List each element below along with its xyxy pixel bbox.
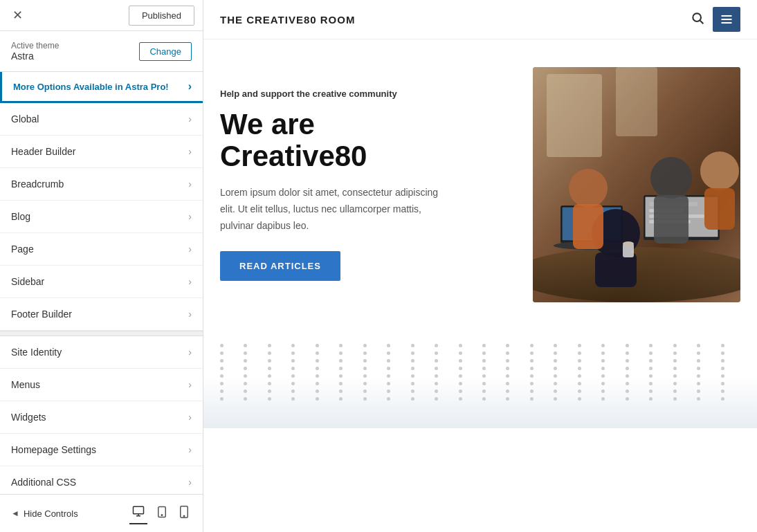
dot [506, 359, 509, 363]
menu-item-label: Footer Builder [11, 309, 72, 320]
dot [649, 367, 653, 370]
dot [411, 382, 414, 385]
menu-item-breadcrumb[interactable]: Breadcrumb › [0, 168, 203, 201]
menu-item-label: Homepage Settings [11, 444, 96, 455]
astra-pro-promo[interactable]: More Options Available in Astra Pro! › [0, 72, 203, 103]
dot [339, 359, 343, 363]
dots-section [203, 323, 757, 428]
dot [506, 389, 509, 393]
dot [697, 351, 700, 355]
menu-item-header-builder[interactable]: Header Builder › [0, 136, 203, 168]
svg-point-27 [592, 209, 640, 257]
dot [411, 397, 414, 401]
dot [316, 389, 319, 393]
dot [268, 344, 271, 347]
dot [435, 382, 438, 385]
dot [435, 367, 438, 370]
hero-image [533, 67, 740, 302]
dot [697, 397, 700, 401]
menu-item-site-identity[interactable]: Site Identity › [0, 336, 203, 369]
dot [721, 389, 724, 393]
menu-item-footer-builder[interactable]: Footer Builder › [0, 298, 203, 331]
menu-item-additional-css[interactable]: Additional CSS › [0, 466, 203, 494]
dot [578, 351, 581, 355]
dot [387, 351, 390, 355]
menu-item-global[interactable]: Global › [0, 103, 203, 136]
preview-panel: THE CREATIVE80 ROOM Help and support the… [203, 0, 757, 532]
chevron-icon: › [188, 347, 192, 358]
read-articles-button[interactable]: READ ARTICLES [220, 251, 340, 281]
preview-site-header: THE CREATIVE80 ROOM [203, 0, 757, 39]
mobile-device-button[interactable] [176, 502, 192, 524]
dot [601, 359, 605, 363]
menu-item-sidebar[interactable]: Sidebar › [0, 266, 203, 298]
menu-item-menus[interactable]: Menus › [0, 369, 203, 401]
close-button[interactable]: ✕ [8, 5, 27, 26]
dot [554, 351, 557, 355]
menu-item-homepage-settings[interactable]: Homepage Settings › [0, 434, 203, 466]
dot [411, 367, 414, 370]
svg-rect-10 [533, 67, 740, 302]
menu-item-blog[interactable]: Blog › [0, 201, 203, 233]
dot [626, 389, 629, 393]
svg-rect-26 [654, 195, 688, 244]
tablet-device-button[interactable] [153, 502, 171, 524]
dot [291, 351, 295, 355]
dot [673, 344, 677, 347]
svg-rect-21 [649, 202, 697, 206]
dot [721, 344, 724, 347]
menu-item-page[interactable]: Page › [0, 233, 203, 266]
dot [435, 374, 438, 378]
device-icons [129, 502, 192, 524]
dot [459, 359, 462, 363]
active-theme-label: Active theme [11, 41, 59, 51]
dot [339, 367, 343, 370]
dot [339, 389, 343, 393]
dot [530, 367, 533, 370]
dot [459, 397, 462, 401]
dot [578, 367, 581, 370]
dot [244, 351, 247, 355]
dot [220, 397, 224, 401]
hero-heading-line2: Creative80 [220, 140, 367, 172]
desktop-device-button[interactable] [129, 502, 147, 524]
mobile-menu-button[interactable] [713, 7, 740, 32]
hero-body: Lorem ipsum dolor sit amet, consectetur … [220, 185, 455, 234]
dot [363, 374, 367, 378]
dot [697, 374, 700, 378]
svg-point-4 [183, 515, 185, 517]
chevron-icon: › [188, 444, 192, 455]
dot [339, 382, 343, 385]
promo-label: More Options Available in Astra Pro! [13, 82, 169, 92]
dot [697, 382, 700, 385]
hide-controls-button[interactable]: ◄ Hide Controls [11, 508, 78, 519]
dot [649, 359, 653, 363]
dot [363, 359, 367, 363]
svg-rect-23 [649, 214, 704, 218]
menu-item-widgets[interactable]: Widgets › [0, 401, 203, 434]
dot [363, 382, 367, 385]
menu-section: Global › Header Builder › Breadcrumb › B… [0, 103, 203, 494]
menu-item-label: Site Identity [11, 347, 62, 358]
dot [459, 351, 462, 355]
chevron-icon: › [188, 244, 192, 255]
dot [435, 359, 438, 363]
svg-rect-24 [649, 220, 691, 223]
change-theme-button[interactable]: Change [139, 42, 192, 61]
dot [721, 374, 724, 378]
dot [530, 389, 533, 393]
dot [649, 374, 653, 378]
dot [411, 359, 414, 363]
dot [554, 389, 557, 393]
dot [554, 359, 557, 363]
dot [244, 374, 247, 378]
svg-point-34 [623, 241, 634, 246]
svg-point-29 [700, 152, 739, 190]
dot [387, 382, 390, 385]
chevron-icon: › [188, 412, 192, 423]
dot [601, 374, 605, 378]
dot [554, 367, 557, 370]
svg-rect-32 [573, 204, 603, 249]
search-button[interactable] [691, 11, 704, 28]
published-button[interactable]: Published [129, 6, 194, 26]
